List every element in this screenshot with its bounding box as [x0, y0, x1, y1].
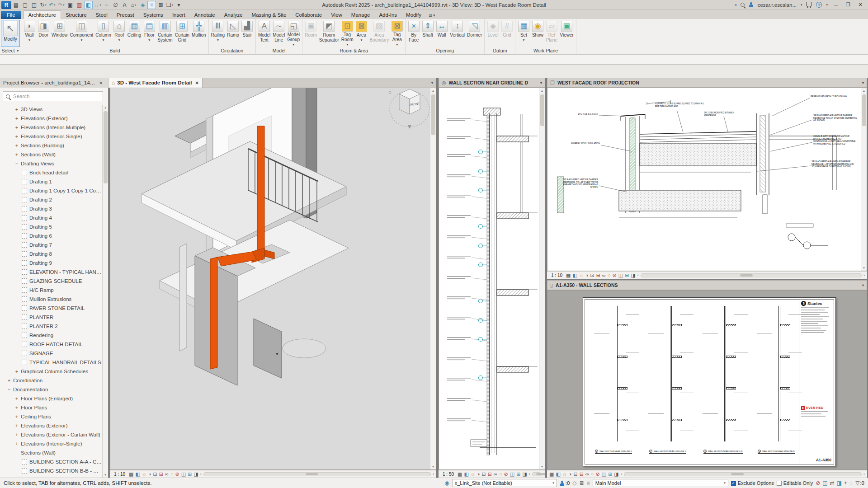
roof-projection-canvas[interactable]: ACM CAP FLASHINGMINERAL WOOL INSULATIONS… [547, 88, 867, 271]
visual-style-icon[interactable]: ◧ [464, 472, 468, 477]
reveal-hidden-elements-icon[interactable]: ○ [608, 273, 611, 278]
ribbon-button-tag-area[interactable]: ⊠Tag Area▼ [390, 20, 404, 47]
ribbon-tab-collaborate[interactable]: Collaborate [291, 11, 326, 19]
user-menu-chevron-icon[interactable]: ▾ [801, 3, 802, 7]
revit-logo[interactable]: R [1, 1, 11, 9]
close-button[interactable]: ✕ [856, 2, 864, 8]
ribbon-button-show[interactable]: ◉Show [531, 20, 544, 47]
viewcube-home-icon[interactable]: ⌂ [388, 89, 392, 94]
save-icon[interactable]: ◫ [30, 1, 38, 9]
close-inactive-icon[interactable]: ⊠ [156, 1, 165, 9]
temporary-hide-isolate-icon[interactable]: ∞ [602, 273, 606, 278]
relinquish-icon[interactable]: ⇄ [830, 480, 835, 486]
help-icon[interactable]: ? [816, 2, 822, 8]
project-browser-close-icon[interactable]: ✕ [99, 80, 103, 85]
tree-item-drafting-2[interactable]: Drafting 2 [0, 195, 102, 204]
ribbon-button-modify[interactable]: ↖Modify [1, 20, 19, 47]
model-line-icon[interactable]: ∼ [102, 1, 111, 9]
open-icon[interactable]: ▢ [21, 1, 29, 9]
tree-item-ceiling-plans[interactable]: +Ceiling Plans [0, 412, 102, 421]
dropdown-chevron-icon[interactable]: ▾ [54, 3, 56, 6]
ribbon-button-curtain-grid[interactable]: ⊞Curtain Grid [174, 20, 190, 47]
section-marker-icon[interactable]: ◧ [84, 1, 93, 9]
expand-icon[interactable]: + [14, 369, 19, 374]
crop-view-icon[interactable]: ⊡ [153, 472, 157, 477]
ribbon-button-stair[interactable]: ▟Stair [241, 20, 254, 47]
tree-item-elevations-interior-single[interactable]: +Elevations (Interior-Single) [0, 132, 102, 141]
link-list-icon[interactable]: ≡ [587, 480, 590, 486]
reveal-hidden-elements-icon[interactable]: ○ [170, 472, 174, 477]
dropdown-chevron-icon[interactable]: ▾ [99, 3, 101, 6]
view-cube[interactable]: FRONT ⌂ [388, 89, 429, 129]
tree-item-drafting-9[interactable]: Drafting 9 [0, 258, 102, 267]
crop-view-icon[interactable]: ⊡ [482, 472, 486, 477]
measure-icon[interactable]: ∅ [111, 1, 120, 9]
tree-item-elevations-exterior[interactable]: +Elevations (Exterior) [0, 114, 102, 123]
search-icon[interactable] [741, 3, 745, 7]
dropdown-chevron-icon[interactable]: ▼ [292, 43, 295, 46]
expand-icon[interactable]: + [14, 116, 19, 121]
tree-item-building-section-a-a-callout[interactable]: BUILDING SECTION A-A - Callout [0, 457, 102, 466]
expand-icon[interactable]: + [14, 152, 19, 157]
browser-scrollbar[interactable]: ▲ ▼ [102, 105, 108, 478]
tree-item-typical-handrail-details[interactable]: TYPICAL HANDRAIL DETAILS [0, 358, 102, 367]
worksharing-display-icon[interactable]: ⊘ [613, 273, 617, 278]
expand-icon[interactable]: + [14, 143, 19, 148]
tree-item-drafting-8[interactable]: Drafting 8 [0, 249, 102, 258]
constraints-icon[interactable]: ◨ [193, 472, 198, 477]
ribbon-button-component[interactable]: ◫Component▼ [69, 20, 94, 47]
show-crop-region-icon[interactable]: ⊟ [159, 472, 163, 477]
analytical-model-icon[interactable]: ⊞ [516, 472, 520, 477]
scroll-left-icon[interactable]: ‹ [621, 472, 622, 476]
crop-view-icon[interactable]: ⊡ [574, 472, 578, 477]
temporary-view-properties-icon[interactable]: ◫ [618, 273, 623, 278]
ribbon-button-floor[interactable]: ▤Floor▼ [142, 20, 156, 47]
ribbon-tab-manage[interactable]: Manage [347, 11, 375, 19]
dropdown-chevron-icon[interactable]: ▾ [135, 3, 136, 6]
expand-icon[interactable]: + [14, 414, 19, 419]
ribbon-display-toggle[interactable]: ⊡ ▾ [426, 12, 438, 19]
exclude-options-checkbox[interactable]: ✓ Exclude Options [731, 480, 774, 486]
expand-icon[interactable]: + [14, 405, 19, 410]
temporary-hide-isolate-icon[interactable]: ∞ [585, 472, 589, 477]
tree-item-elevations-exterior[interactable]: +Elevations (Exterior) [0, 421, 102, 430]
scroll-left-icon[interactable]: ‹ [529, 472, 530, 476]
text-icon[interactable]: A [120, 1, 129, 9]
editing-requests-count[interactable]: :0 [560, 480, 570, 486]
tree-item-paver-stone-detail[interactable]: PAVER STONE DETAIL [0, 304, 102, 313]
dropdown-chevron-icon[interactable]: ▼ [102, 38, 104, 42]
scroll-up-icon[interactable]: ▲ [103, 105, 108, 110]
worksets-dialog-icon[interactable]: ◫ [822, 480, 827, 486]
dropdown-chevron-icon[interactable]: ▼ [28, 38, 31, 42]
tree-item-documentation[interactable]: −Documentation [0, 385, 102, 394]
tree-item-h-c-ramp[interactable]: H/C Ramp [0, 286, 102, 295]
dropdown-chevron-icon[interactable]: ▼ [522, 38, 525, 42]
detail-level-icon[interactable]: ▦ [549, 472, 554, 477]
undo-icon[interactable]: ↶▾ [48, 1, 57, 9]
expand-icon[interactable]: + [14, 134, 19, 139]
view-scale[interactable]: 1 : 10 [112, 472, 127, 477]
ribbon-tab-annotate[interactable]: Annotate [190, 11, 220, 19]
ribbon-tab-precast[interactable]: Precast [112, 11, 139, 19]
worksharing-display-icon[interactable]: ⊘ [596, 472, 600, 477]
window-menu-icon[interactable]: ▾ [862, 283, 864, 287]
active-workset-dropdown[interactable]: x_Link_Site (Not Editable)▾ [452, 479, 557, 487]
tree-item-elevations-exterior-curtain-wall[interactable]: +Elevations (Exterior - Curtain Wall) [0, 430, 102, 439]
scroll-left-icon[interactable]: ‹ [637, 273, 639, 277]
sun-path-icon[interactable]: ☼ [579, 273, 584, 278]
tree-item-building-section-b-b-callout[interactable]: BUILDING SECTION B-B - Callout [0, 466, 102, 475]
ribbon-tab-analyze[interactable]: Analyze [220, 11, 247, 19]
tree-item-mullion-extrusions[interactable]: Mullion Extrusions [0, 295, 102, 304]
tree-item-elevations-interior-single[interactable]: +Elevations (Interior-Single) [0, 439, 102, 448]
tab-list-chevron-icon[interactable]: ▾ [428, 78, 436, 88]
ribbon-button-dormer[interactable]: ◹Dormer [466, 20, 483, 47]
scroll-down-icon[interactable]: ▼ [430, 464, 436, 469]
expand-icon[interactable]: + [14, 125, 19, 130]
panel-dropdown-icon[interactable]: ▼ [16, 49, 19, 52]
tree-item-sections-wall[interactable]: +Sections (Wall) [0, 150, 102, 159]
ribbon-tab-architecture[interactable]: Architecture [24, 10, 61, 19]
shadows-icon[interactable]: ◑ [569, 472, 572, 477]
constraints-icon[interactable]: ◨ [631, 273, 635, 278]
temporary-view-properties-icon[interactable]: ◫ [602, 472, 606, 477]
scroll-right-icon[interactable]: › [433, 472, 434, 476]
